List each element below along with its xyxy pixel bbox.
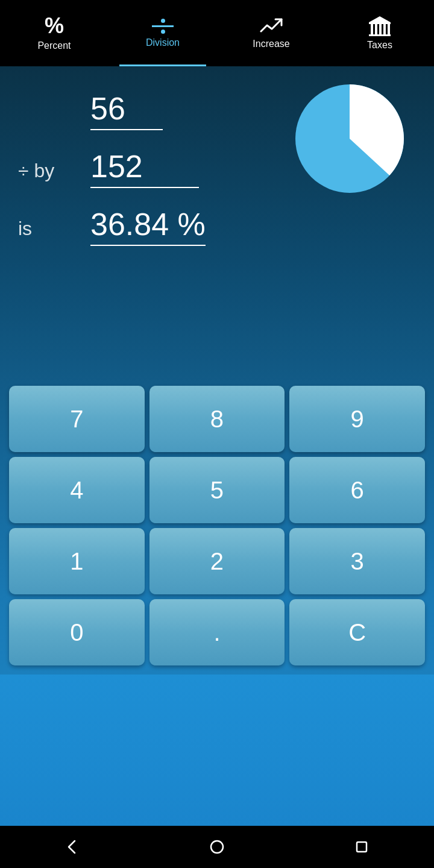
numerator-value[interactable]: 56: [90, 90, 163, 130]
increase-icon: [260, 17, 283, 35]
tab-percent-label: Percent: [37, 40, 71, 51]
home-button[interactable]: [202, 832, 232, 862]
android-navigation: [0, 826, 434, 868]
divide-by-label: ÷ by: [18, 160, 90, 182]
tab-increase-label: Increase: [253, 39, 289, 49]
svg-rect-4: [383, 24, 386, 34]
btn-clear[interactable]: C: [289, 599, 425, 665]
tab-increase[interactable]: Increase: [217, 0, 326, 66]
btn-8[interactable]: 8: [149, 386, 285, 452]
percent-icon: [45, 15, 64, 37]
svg-rect-2: [375, 24, 377, 34]
btn-9[interactable]: 9: [289, 386, 425, 452]
tab-taxes-label: Taxes: [367, 40, 392, 51]
denominator-value[interactable]: 152: [90, 148, 199, 188]
calculator-display: 56 ÷ by 152 is 36.84 %: [0, 66, 434, 380]
btn-4[interactable]: 4: [9, 457, 145, 523]
is-label: is: [18, 218, 90, 240]
svg-rect-3: [379, 24, 382, 34]
back-button[interactable]: [57, 832, 87, 862]
btn-3[interactable]: 3: [289, 528, 425, 594]
recents-button[interactable]: [347, 832, 377, 862]
top-navigation: Percent Division Increase: [0, 0, 434, 66]
taxes-icon: [368, 16, 391, 36]
svg-marker-7: [369, 16, 391, 22]
svg-rect-10: [357, 842, 366, 852]
bottom-space: [0, 675, 434, 826]
btn-5[interactable]: 5: [149, 457, 285, 523]
svg-rect-6: [369, 22, 391, 24]
svg-rect-5: [388, 24, 390, 34]
btn-1[interactable]: 1: [9, 528, 145, 594]
tab-percent[interactable]: Percent: [0, 0, 108, 66]
result-value: 36.84 %: [90, 206, 206, 246]
svg-rect-1: [371, 24, 373, 34]
btn-0[interactable]: 0: [9, 599, 145, 665]
svg-point-9: [211, 841, 223, 853]
tab-division-label: Division: [146, 37, 180, 48]
division-icon: [152, 19, 174, 34]
btn-7[interactable]: 7: [9, 386, 145, 452]
btn-6[interactable]: 6: [289, 457, 425, 523]
svg-rect-0: [369, 34, 391, 36]
btn-2[interactable]: 2: [149, 528, 285, 594]
tab-taxes[interactable]: Taxes: [326, 0, 434, 66]
tab-division[interactable]: Division: [108, 0, 217, 66]
result-row: is 36.84 %: [18, 206, 416, 246]
numpad: 7 8 9 4 5 6 1 2 3 0 . C: [0, 380, 434, 675]
btn-decimal[interactable]: .: [149, 599, 285, 665]
pie-chart: [289, 78, 410, 199]
